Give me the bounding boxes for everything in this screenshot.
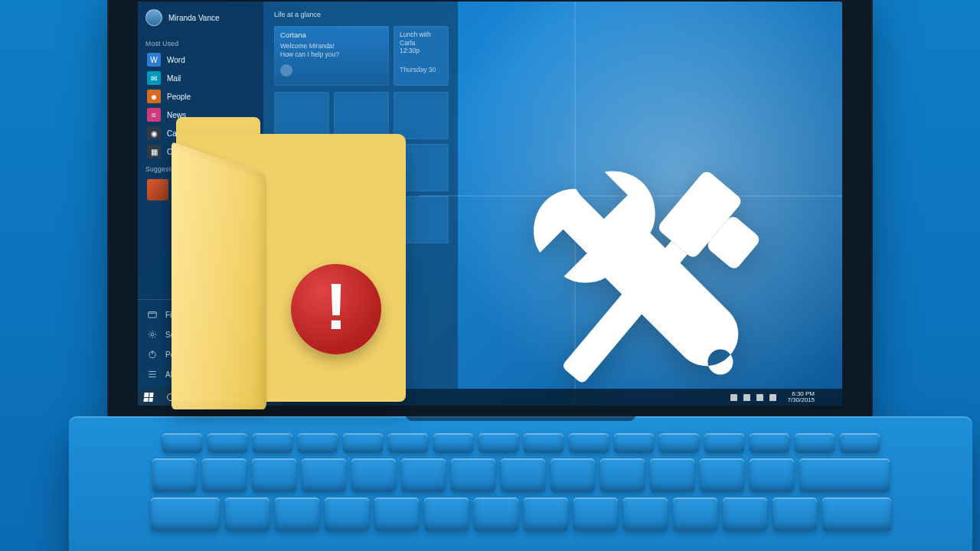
key[interactable] [750,458,794,492]
tray-battery-icon[interactable] [769,394,776,401]
app-label: Camera [167,129,194,138]
people-icon: ☻ [147,90,161,103]
tile-title: Cortana [280,31,383,40]
key[interactable] [501,458,545,492]
tile-generic[interactable] [394,92,449,139]
start-file-explorer[interactable]: File Explorer [145,305,256,324]
tile-generic[interactable] [334,144,389,191]
key[interactable] [162,433,202,453]
key[interactable] [474,497,518,531]
key[interactable] [673,497,717,531]
tile-cal-1: Lunch with [400,31,443,39]
key[interactable] [700,458,744,492]
cortana-ring-icon [280,64,292,77]
start-app-camera[interactable]: ◉ Camera [145,124,256,142]
tray-network-icon[interactable] [743,394,750,401]
key[interactable] [298,433,338,453]
key[interactable] [840,433,880,453]
key[interactable] [750,433,789,453]
key[interactable] [424,497,469,531]
task-view-icon[interactable] [289,393,299,402]
keyboard-row-2 [106,497,936,531]
edge-icon[interactable] [326,393,335,402]
key[interactable] [569,433,609,453]
key[interactable] [451,458,495,492]
tile-generic[interactable] [274,144,329,191]
key[interactable] [343,433,383,453]
key[interactable] [325,497,369,531]
keyboard-deck [69,416,972,551]
start-all-apps[interactable]: All Apps [145,364,256,384]
divider [138,299,263,300]
tray-chevron-icon[interactable] [730,394,737,401]
key[interactable] [479,433,518,453]
key[interactable] [225,497,270,531]
app-label: Word [167,56,185,64]
tile-calendar[interactable]: Lunch with Carla 12:30p Thursday 30 [394,26,449,86]
start-settings[interactable]: Settings [145,324,256,344]
key[interactable] [202,458,247,492]
suggested-text: Cars Fast as Light ★ ★ ★ ★ ★ [175,183,237,197]
file-explorer-taskbar-icon[interactable] [345,393,354,402]
key[interactable] [524,433,564,453]
key-tab[interactable] [151,497,220,531]
tile-cortana[interactable]: Cortana Welcome Miranda! How can I help … [274,26,389,86]
key[interactable] [302,458,346,492]
key[interactable] [650,458,694,492]
hinge [406,415,635,421]
start-user-row[interactable]: Miranda Vance [145,9,256,26]
key[interactable] [795,433,835,453]
start-suggested-item[interactable]: Cars Fast as Light ★ ★ ★ ★ ★ [145,176,256,204]
key[interactable] [374,497,419,531]
key[interactable] [207,433,247,453]
suggested-thumb [147,179,168,201]
key[interactable] [152,458,197,492]
tiles-grid [274,92,449,243]
key[interactable] [275,497,319,531]
avatar [145,9,162,26]
sys-label: Power [165,350,187,359]
start-app-calculator[interactable]: ▦ Calculator [145,142,256,161]
taskbar-clock[interactable]: 6:30 PM 7/30/2015 [782,391,819,403]
tile-generic[interactable] [394,144,449,191]
key[interactable] [388,433,428,453]
start-power[interactable]: Power [145,344,256,364]
key[interactable] [723,497,767,531]
file-explorer-icon [147,309,158,320]
tile-generic[interactable] [334,92,389,139]
tile-generic[interactable] [394,196,449,243]
start-app-word[interactable]: W Word [145,51,256,69]
key[interactable] [704,433,744,453]
cortana-circle-icon [167,393,175,401]
key[interactable] [401,458,446,492]
start-app-mail[interactable]: ✉ Mail [145,69,256,87]
start-app-people[interactable]: ☻ People [145,87,256,106]
tile-generic[interactable] [274,196,329,243]
key[interactable] [773,497,817,531]
key[interactable] [252,458,296,492]
key[interactable] [550,458,595,492]
tile-generic[interactable] [274,92,329,139]
cortana-icon[interactable] [308,393,317,402]
key[interactable] [524,497,568,531]
mail-icon: ✉ [147,71,161,85]
key[interactable] [433,433,473,453]
tray-volume-icon[interactable] [756,394,763,401]
key[interactable] [573,497,618,531]
user-name: Miranda Vance [168,14,220,22]
start-button[interactable] [138,389,159,406]
laptop-device: Miranda Vance Most Used W Word ✉ Mail ☻ … [69,0,911,551]
start-app-news[interactable]: ≡ News [145,106,256,124]
key[interactable] [351,458,396,492]
key[interactable] [623,497,668,531]
taskbar-search[interactable]: Ask me anything [159,389,282,406]
key[interactable] [822,497,891,531]
key-backspace[interactable] [799,458,890,492]
key[interactable] [614,433,654,453]
suggested-stars: ★ ★ ★ ★ ★ [175,191,237,197]
tile-generic[interactable] [334,196,389,243]
key[interactable] [600,458,645,492]
store-icon[interactable] [363,393,372,402]
key[interactable] [253,433,292,453]
key[interactable] [659,433,699,453]
